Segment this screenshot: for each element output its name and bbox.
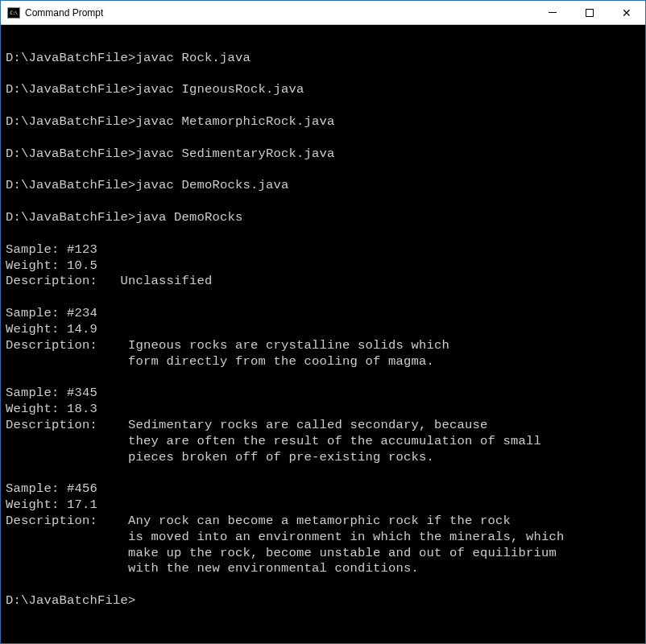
cmd-icon: C:\ bbox=[7, 7, 20, 19]
close-button[interactable]: ✕ bbox=[608, 1, 645, 24]
minimize-button[interactable] bbox=[534, 1, 571, 24]
window-controls: ✕ bbox=[534, 1, 645, 24]
cmd-icon-text: C:\ bbox=[10, 10, 17, 15]
maximize-icon bbox=[586, 9, 594, 17]
terminal-output[interactable]: D:\JavaBatchFile>javac Rock.java D:\Java… bbox=[1, 25, 645, 643]
close-icon: ✕ bbox=[622, 7, 632, 19]
maximize-button[interactable] bbox=[571, 1, 608, 24]
minimize-icon bbox=[549, 12, 557, 13]
window-titlebar: C:\ Command Prompt ✕ bbox=[1, 1, 645, 25]
window-title: Command Prompt bbox=[25, 7, 534, 19]
